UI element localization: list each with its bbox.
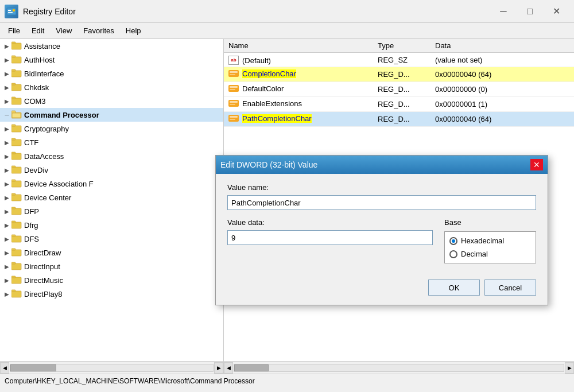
value-data-label: Value data: xyxy=(227,218,433,227)
radio-hex-label: Hexadecimal xyxy=(461,236,504,245)
scroll-left-btn2[interactable]: ◀ xyxy=(224,362,233,374)
tree-item-cryptography[interactable]: ▶ Cryptography xyxy=(0,122,223,135)
table-row[interactable]: DefaultColor REG_D... 0x00000000 (0) xyxy=(224,82,574,97)
folder-icon xyxy=(11,123,22,134)
folder-icon xyxy=(11,68,22,79)
status-path: Computer\HKEY_LOCAL_MACHINE\SOFTWARE\Mic… xyxy=(5,377,255,385)
tree-item-devdiv[interactable]: ▶ DevDiv xyxy=(0,163,223,177)
radio-dec-circle xyxy=(449,250,457,258)
svg-rect-0 xyxy=(7,8,16,15)
svg-rect-10 xyxy=(11,84,21,91)
svg-rect-42 xyxy=(11,290,15,292)
svg-rect-4 xyxy=(11,43,21,49)
right-hscroll[interactable]: ◀ ▶ xyxy=(224,362,574,374)
tree-item-com3[interactable]: ▶ COM3 xyxy=(0,94,223,108)
tree-pane-inner[interactable]: ▶ Assistance ▶ AuthHost xyxy=(0,39,223,361)
registry-table: Name Type Data ab (Default) REG_SZ (valu… xyxy=(224,39,574,127)
tree-item-dfs[interactable]: ▶ DFS xyxy=(0,232,223,246)
tree-item-command-processor[interactable]: ─ Command Processor xyxy=(0,108,223,122)
tree-arrow: ▶ xyxy=(2,69,11,78)
hscroll-thumb2[interactable] xyxy=(234,364,269,371)
radio-decimal[interactable]: Decimal xyxy=(449,250,531,258)
svg-rect-53 xyxy=(230,116,238,118)
folder-icon xyxy=(11,41,22,52)
folder-icon xyxy=(11,82,22,93)
reg-icon-dword xyxy=(228,99,239,108)
scroll-right-btn[interactable]: ▶ xyxy=(214,362,223,374)
menu-file[interactable]: File xyxy=(2,24,26,37)
base-label: Base xyxy=(444,218,536,227)
scroll-left-btn[interactable]: ◀ xyxy=(0,362,9,374)
menu-help[interactable]: Help xyxy=(120,24,147,37)
tree-item-directplay8[interactable]: ▶ DirectPlay8 xyxy=(0,287,223,301)
tree-item-chkdsk[interactable]: ▶ Chkdsk xyxy=(0,80,223,94)
svg-rect-54 xyxy=(230,119,235,120)
tree-item-assistance[interactable]: ▶ Assistance xyxy=(0,39,223,53)
tree-item-directdraw[interactable]: ▶ DirectDraw xyxy=(0,246,223,259)
tree-hscroll[interactable]: ◀ ▶ xyxy=(0,362,224,374)
tree-label: Dfrg xyxy=(24,221,38,230)
tree-item-device-center[interactable]: ▶ Device Center xyxy=(0,191,223,204)
folder-icon xyxy=(11,220,22,231)
table-row[interactable]: CompletionChar REG_D... 0x00000040 (64) xyxy=(224,67,574,82)
tree-label: Command Processor xyxy=(24,111,99,119)
table-row[interactable]: ab (Default) REG_SZ (value not set) xyxy=(224,53,574,67)
tree-item-dfrg[interactable]: ▶ Dfrg xyxy=(0,218,223,232)
tree-item-directinput[interactable]: ▶ DirectInput xyxy=(0,259,223,273)
modal-title: Edit DWORD (32-bit) Value xyxy=(220,160,317,169)
ok-button[interactable]: OK xyxy=(428,280,480,296)
tree-item-dfp[interactable]: ▶ DFP xyxy=(0,204,223,218)
tree-arrow: ▶ xyxy=(2,248,11,257)
tree-item-dataaccess[interactable]: ▶ DataAccess xyxy=(0,149,223,163)
folder-open-icon xyxy=(11,110,22,121)
folder-icon xyxy=(11,206,22,217)
maximize-button[interactable]: □ xyxy=(517,3,543,20)
tree-arrow: ▶ xyxy=(2,152,11,161)
radio-hexadecimal[interactable]: Hexadecimal xyxy=(449,236,531,245)
svg-rect-18 xyxy=(11,125,15,126)
modal-base-section: Base Hexadecimal Decimal xyxy=(444,218,536,263)
tree-arrow: ▶ xyxy=(2,138,11,147)
close-button[interactable]: ✕ xyxy=(543,3,569,20)
modal-close-button[interactable]: ✕ xyxy=(530,159,543,170)
svg-rect-36 xyxy=(11,249,15,250)
title-bar: Registry Editor ─ □ ✕ xyxy=(0,0,574,23)
tree-label: Device Association F xyxy=(24,180,94,188)
tree-item-device-association[interactable]: ▶ Device Association F xyxy=(0,177,223,191)
modal-data-section: Value data: xyxy=(227,218,433,263)
tree-item-bidinterface[interactable]: ▶ BidInterface xyxy=(0,67,223,80)
tree-item-authhost[interactable]: ▶ AuthHost xyxy=(0,53,223,67)
table-row[interactable]: EnableExtensions REG_D... 0x00000001 (1) xyxy=(224,97,574,112)
cancel-button[interactable]: Cancel xyxy=(484,280,536,296)
menu-view[interactable]: View xyxy=(50,24,77,37)
svg-rect-40 xyxy=(11,276,15,278)
scroll-right-btn2[interactable]: ▶ xyxy=(565,362,574,374)
title-bar-left: Registry Editor xyxy=(5,5,76,18)
menu-favorites[interactable]: Favorites xyxy=(77,24,119,37)
svg-rect-49 xyxy=(228,100,239,107)
folder-icon xyxy=(11,151,22,162)
svg-rect-16 xyxy=(12,113,21,118)
menu-bar: File Edit View Favorites Help xyxy=(0,23,574,39)
value-data-input[interactable] xyxy=(227,230,433,245)
svg-rect-30 xyxy=(11,207,15,209)
tree-arrow: ▶ xyxy=(2,96,11,106)
tree-item-ctf[interactable]: ▶ CTF xyxy=(0,135,223,149)
cell-name: PathCompletionChar xyxy=(224,112,373,127)
folder-icon xyxy=(11,247,22,258)
value-name-input[interactable] xyxy=(227,195,536,210)
menu-edit[interactable]: Edit xyxy=(26,24,50,37)
hscroll-thumb[interactable] xyxy=(10,364,56,371)
tree-arrow: ─ xyxy=(2,110,11,119)
scrollbar-area: ◀ ▶ ◀ ▶ xyxy=(0,361,574,374)
tree-item-directmusic[interactable]: ▶ DirectMusic xyxy=(0,273,223,287)
svg-rect-31 xyxy=(11,222,21,228)
minimize-button[interactable]: ─ xyxy=(490,3,517,20)
folder-icon xyxy=(11,275,22,286)
svg-rect-6 xyxy=(11,57,21,63)
table-row-selected[interactable]: PathCompletionChar REG_D... 0x00000040 (… xyxy=(224,112,574,127)
svg-rect-35 xyxy=(11,250,21,256)
cell-data: 0x00000040 (64) xyxy=(430,67,574,82)
svg-rect-15 xyxy=(11,111,15,113)
svg-rect-2 xyxy=(8,12,13,13)
